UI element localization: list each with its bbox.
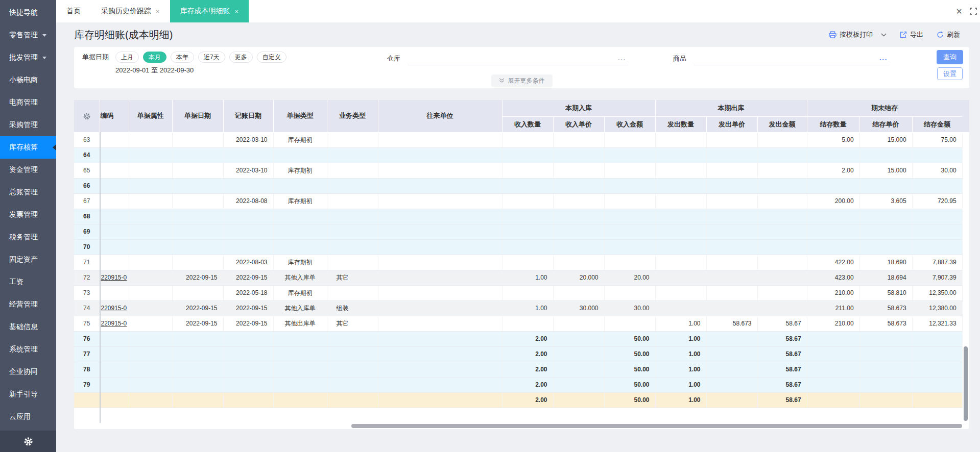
refresh-button[interactable]: 刷新 [937,30,960,39]
out-amt-cell [757,239,807,255]
col-header-out-price[interactable]: 发出单价 [706,116,757,132]
table-row[interactable]: 712022-08-03库存期初422.0018.6907,887.39 [74,255,962,270]
sidebar-item-基础信息[interactable]: 基础信息 [0,316,56,338]
col-header-bal-price[interactable]: 结存单价 [859,116,912,132]
col-header-doc-type[interactable]: 单据类型 [273,100,327,132]
close-icon[interactable]: × [235,8,239,15]
col-header-partner[interactable]: 往来单位 [378,100,502,132]
warehouse-input[interactable]: ··· [408,53,628,65]
col-header-doc-attr[interactable]: 单据属性 [129,100,172,132]
export-button[interactable]: 导出 [900,30,923,39]
sidebar-item-总账管理[interactable]: 总账管理 [0,181,56,204]
sidebar-item-库存核算[interactable]: 库存核算 [0,136,56,159]
chevron-down-icon[interactable] [881,33,887,37]
settings-button[interactable]: 设置 [937,67,963,80]
table-row[interactable]: 632022-03-10库存期初5.0015.00075.00 [74,132,962,147]
sidebar-item-经营管理[interactable]: 经营管理 [0,293,56,316]
out-qty-cell: 1.00 [655,377,706,392]
date-pill-近7天[interactable]: 近7天 [198,52,225,63]
table-row[interactable]: 69 [74,224,962,239]
date-pill-本月[interactable]: 本月 [143,52,166,63]
fullscreen-icon[interactable] [970,8,977,15]
sidebar-item-采购管理[interactable]: 采购管理 [0,114,56,136]
tab-首页[interactable]: 首页 [56,0,91,22]
sidebar-item-固定资产[interactable]: 固定资产 [0,248,56,271]
gear-icon[interactable] [24,437,33,446]
date-pill-本年[interactable]: 本年 [171,52,194,63]
col-header-doc-date[interactable]: 单据日期 [172,100,223,132]
tab-采购历史价跟踪[interactable]: 采购历史价跟踪× [91,0,170,22]
gear-icon[interactable] [83,113,90,120]
table-row[interactable]: 792.0050.001.0058.67 [74,377,962,392]
sidebar-item-快捷导航[interactable]: 快捷导航 [0,2,56,24]
bal-amt-cell: 12,321.33 [912,316,962,331]
sidebar-item-小畅电商[interactable]: 小畅电商 [0,69,56,91]
date-pill-上月[interactable]: 上月 [115,52,139,63]
bal-qty-cell [807,346,859,362]
sidebar-item-工资[interactable]: 工资 [0,271,56,293]
column-settings-header[interactable] [74,100,100,132]
row-number: 78 [74,362,100,377]
date-pill-更多[interactable]: 更多 [229,52,253,63]
table-row[interactable]: 672022-08-08库存期初200.003.605720.95 [74,193,962,209]
doc-code-link[interactable]: 220915-0 [100,300,129,316]
product-field[interactable]: 商品 ··· [673,53,890,65]
sidebar-item-电商管理[interactable]: 电商管理 [0,91,56,114]
ellipsis-icon[interactable]: ··· [879,56,888,63]
col-header-out-amt[interactable]: 发出金额 [757,116,807,132]
sidebar-item-资金管理[interactable]: 资金管理 [0,159,56,181]
table-row[interactable]: 72220915-02022-09-152022-09-15其他入库单其它1.0… [74,270,962,285]
table-row[interactable]: 70 [74,239,962,255]
horizontal-scrollbar-thumb[interactable] [351,424,962,428]
table-row[interactable]: 772.0050.001.0058.67 [74,346,962,362]
table-row[interactable]: 74220915-02022-09-152022-09-15其他入库单组装1.0… [74,300,962,316]
col-header-out-qty[interactable]: 发出数量 [655,116,706,132]
col-header-bal-amt[interactable]: 结存金额 [912,116,962,132]
horizontal-scrollbar-track[interactable] [74,423,969,429]
table-row[interactable]: 652022-03-10库存期初2.0015.00030.00 [74,163,962,178]
table-row[interactable]: 66 [74,178,962,193]
partner-cell [378,377,502,392]
out-price-cell [706,331,757,346]
tab-库存成本明细账[interactable]: 库存成本明细账× [170,0,249,22]
col-header-code[interactable]: 编码 [100,100,129,132]
ellipsis-icon[interactable]: ··· [618,56,626,63]
col-header-in-price[interactable]: 收入单价 [553,116,604,132]
col-header-in-amt[interactable]: 收入金额 [604,116,655,132]
sidebar-item-零售管理[interactable]: 零售管理 [0,24,56,46]
table-row[interactable]: 732022-05-18库存期初210.0058.81012,350.00 [74,285,962,300]
close-icon[interactable]: × [156,8,160,15]
product-input[interactable]: ··· [694,53,890,65]
sidebar-item-新手引导[interactable]: 新手引导 [0,383,56,406]
bal-amt-cell [912,147,962,163]
table-row[interactable]: 68 [74,209,962,224]
col-header-bal-qty[interactable]: 结存数量 [807,116,859,132]
table-row[interactable]: 782.0050.001.0058.67 [74,362,962,377]
doc-code-link[interactable]: 220915-0 [100,316,129,331]
doc-code-link [100,377,129,392]
close-icon[interactable]: × [956,6,962,16]
date-pill-自定义[interactable]: 自定义 [257,52,286,63]
sidebar-item-发票管理[interactable]: 发票管理 [0,204,56,226]
table-row[interactable]: 762.0050.001.0058.67 [74,331,962,346]
in-price-cell [553,178,604,193]
table-row[interactable]: 2.0050.001.0058.67 [74,392,962,408]
print-by-template-button[interactable]: 按模板打印 [829,30,887,39]
partner-cell [378,239,502,255]
expand-more-conditions-button[interactable]: 展开更多条件 [491,74,553,87]
col-header-in-qty[interactable]: 收入数量 [502,116,553,132]
col-header-biz-type[interactable]: 业务类型 [327,100,378,132]
warehouse-field[interactable]: 仓库 ··· [387,53,628,65]
doc-code-link[interactable]: 220915-0 [100,270,129,285]
table-row[interactable]: 64 [74,147,962,163]
query-button[interactable]: 查询 [937,50,963,64]
sidebar-item-系统管理[interactable]: 系统管理 [0,338,56,361]
out-qty-cell [655,285,706,300]
sidebar-item-云应用[interactable]: 云应用 [0,406,56,428]
sidebar-item-税务管理[interactable]: 税务管理 [0,226,56,248]
col-header-book-date[interactable]: 记账日期 [223,100,273,132]
sidebar-item-批发管理[interactable]: 批发管理 [0,46,56,69]
table-row[interactable]: 75220915-02022-09-152022-09-15其他出库单其它1.0… [74,316,962,331]
vertical-scrollbar[interactable] [964,346,968,421]
sidebar-item-企业协同[interactable]: 企业协同 [0,361,56,383]
